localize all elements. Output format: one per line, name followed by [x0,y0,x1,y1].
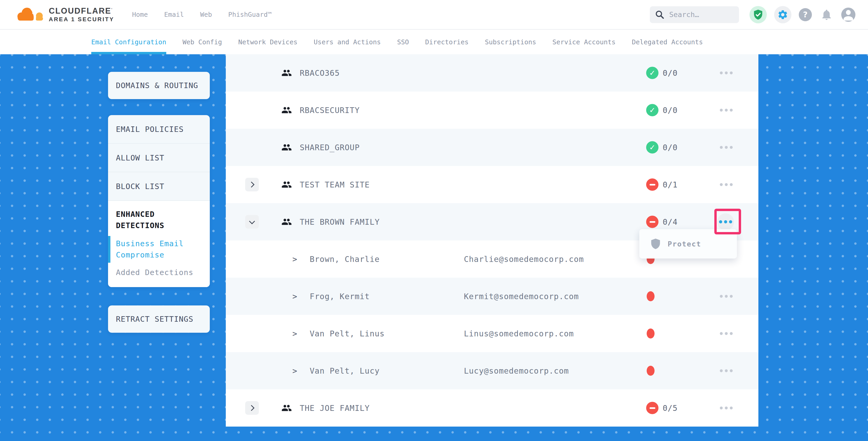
status-blocked-icon [646,179,658,191]
status-blocked-dot [647,291,655,301]
overflow-menu-dot [720,407,723,410]
group-icon [281,68,292,78]
expand-caret[interactable]: > [292,366,297,375]
tab-sso[interactable]: SSO [397,30,409,54]
tab-service-accounts[interactable]: Service Accounts [553,30,616,54]
protected-count: 0/1 [663,180,678,189]
user-email: Kermit@somedemocorp.com [464,292,579,301]
check-glyph: ✓ [649,106,655,115]
sidebar-item-retract-settings[interactable]: RETRACT SETTINGS [108,306,210,333]
expand-caret[interactable]: > [292,329,297,338]
overflow-menu-dot [729,220,732,223]
search-box[interactable]: Search… [650,6,739,23]
expand-caret[interactable]: > [292,255,297,264]
account-icon[interactable] [841,8,856,22]
cloudflare-logo[interactable]: CLOUDFLARE' AREA 1 SECURITY [16,4,114,25]
overflow-menu-button[interactable] [717,292,735,301]
sidebar-item-email-policies[interactable]: EMAIL POLICIES [108,115,210,143]
overflow-menu-dot [730,370,733,372]
overflow-menu-dot [725,71,728,74]
check-glyph: ✓ [649,143,655,152]
chevron-down-icon [249,218,255,224]
sidebar-card: RETRACT SETTINGS [108,306,210,333]
search-icon [655,9,665,20]
tab-network-devices[interactable]: Network Devices [238,30,298,54]
top-nav-item-email[interactable]: Email [164,11,184,18]
status-blocked-dot [647,328,655,339]
group-icon [281,217,292,227]
protected-count: 0/4 [663,217,678,226]
overflow-menu-dot [720,370,723,372]
page: CLOUDFLARE' AREA 1 SECURITY HomeEmailWeb… [0,0,868,441]
context-menu: Protect [639,229,737,258]
table-row[interactable]: >Van Pelt, LinusLinus@somedemocorp.com [226,315,758,352]
overflow-menu-button[interactable] [717,329,735,338]
overflow-menu-dot [720,183,723,186]
tab-web-config[interactable]: Web Config [183,30,222,54]
protected-count: 0/0 [663,143,678,152]
overflow-menu-button[interactable] [717,69,735,77]
notifications-bell-icon[interactable] [819,7,834,22]
overflow-menu-button[interactable] [717,106,735,114]
table-row[interactable]: >Van Pelt, LucyLucy@somedemocorp.com [226,352,758,389]
chevron-right-icon [249,182,255,188]
tab-email-configuration[interactable]: Email Configuration [91,30,166,54]
sidebar-section-title: ENHANCED DETECTIONS [116,209,202,231]
tab-directories[interactable]: Directories [425,30,469,54]
group-icon [281,403,292,413]
table-row[interactable]: RBACSECURITY✓0/0 [226,92,758,129]
user-name: Frog, Kermit [310,292,370,301]
cloudflare-cloud-icon [16,4,47,25]
overflow-menu-dot [725,370,728,372]
header-icons: ? [749,6,856,23]
overflow-menu-dot [720,71,723,74]
overflow-menu-button[interactable] [717,367,735,375]
expand-chevron-button[interactable] [245,215,259,229]
sidebar-section-enhanced-detections: ENHANCED DETECTIONSBusiness Email Compro… [108,200,210,287]
sidebar-item-allow-list[interactable]: ALLOW LIST [108,143,210,172]
tab-subscriptions[interactable]: Subscriptions [485,30,536,54]
table-row[interactable]: RBACO365✓0/0 [226,54,758,92]
status-ok-icon: ✓ [646,104,658,117]
overflow-menu-button[interactable] [717,181,735,189]
group-name: SHARED_GROUP [300,143,360,152]
settings-gear-icon[interactable] [774,6,792,23]
app-header: CLOUDFLARE' AREA 1 SECURITY HomeEmailWeb… [0,0,868,30]
table-row[interactable]: TEST TEAM SITE0/1 [226,166,758,203]
overflow-menu-dot [725,183,728,186]
overflow-menu-dot [725,146,728,149]
protect-menu-item[interactable]: Protect [668,240,701,248]
overflow-menu-dot [725,332,728,335]
overflow-menu-button[interactable] [717,144,735,152]
sidebar-item-domains-routing[interactable]: DOMAINS & ROUTING [108,72,210,99]
top-nav-item-home[interactable]: Home [132,11,148,18]
sidebar-item-block-list[interactable]: BLOCK LIST [108,172,210,200]
group-name: THE JOE FAMILY [300,404,370,413]
table-row[interactable]: THE JOE FAMILY0/5 [226,389,758,427]
group-name: TEST TEAM SITE [300,180,370,189]
overflow-menu-dot [730,183,733,186]
secondary-nav: Email ConfigurationWeb ConfigNetwork Dev… [0,30,868,54]
overflow-menu-button[interactable] [717,404,735,412]
table-row[interactable]: >Frog, KermitKermit@somedemocorp.com [226,278,758,315]
top-nav-item-web[interactable]: Web [200,11,212,18]
overflow-menu-dot [725,407,728,410]
table-row[interactable]: SHARED_GROUP✓0/0 [226,129,758,166]
expand-caret[interactable]: > [292,292,297,301]
tab-users-and-actions[interactable]: Users and Actions [314,30,381,54]
sidebar-item-added-detections[interactable]: Added Detections [116,267,202,278]
overflow-menu-dot [720,332,723,335]
overflow-menu-dot [730,109,733,112]
expand-chevron-button[interactable] [245,401,259,415]
tab-delegated-accounts[interactable]: Delegated Accounts [632,30,703,54]
expand-chevron-button[interactable] [245,178,259,191]
minus-glyph [650,184,655,185]
top-nav-item-phishguard[interactable]: PhishGuard™ [228,11,272,18]
sidebar-item-business-email-compromise[interactable]: Business Email Compromise [116,238,202,261]
status-blocked-dot [647,366,655,376]
user-email: Linus@somedemocorp.com [464,329,574,338]
overflow-menu-button[interactable] [717,213,734,230]
help-icon[interactable]: ? [799,8,812,21]
brand-name: CLOUDFLARE' [49,7,114,15]
shield-check-icon[interactable] [749,6,767,23]
